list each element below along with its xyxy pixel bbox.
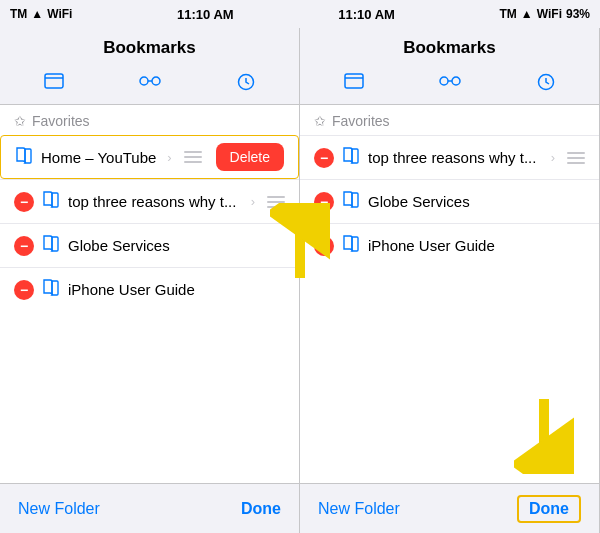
book-icon-iphone-guide xyxy=(42,278,60,301)
right-favorites-star-icon: ✩ xyxy=(314,113,326,129)
status-right: TM ▲ WiFi 93% xyxy=(500,7,590,21)
right-tabs-bar xyxy=(300,64,599,105)
right-panel: Bookmarks ✩ Favorites − xyxy=(300,28,600,533)
signal-left: ▲ xyxy=(31,7,43,21)
book-icon-globe-right xyxy=(342,190,360,213)
book-icon-home xyxy=(15,146,33,169)
reorder-icon-top-three-right[interactable] xyxy=(567,152,585,164)
left-done-button[interactable]: Done xyxy=(241,500,281,518)
chevron-top-three: › xyxy=(251,194,255,209)
book-icon-iphone-guide-right xyxy=(342,234,360,257)
book-icon-top-three-right xyxy=(342,146,360,169)
chevron-home-youtube: › xyxy=(167,150,171,165)
right-new-folder-button[interactable]: New Folder xyxy=(318,500,400,518)
svg-point-2 xyxy=(140,77,148,85)
minus-btn-iphone-guide-right[interactable]: − xyxy=(314,236,334,256)
minus-btn-top-three[interactable]: − xyxy=(14,192,34,212)
left-bottom-bar: New Folder Done xyxy=(0,483,299,533)
signal-right: ▲ xyxy=(521,7,533,21)
svg-rect-8 xyxy=(345,74,363,88)
book-icon-top-three xyxy=(42,190,60,213)
favorites-star-icon: ✩ xyxy=(14,113,26,129)
status-bar: TM ▲ WiFi 11:10 AM 11:10 AM TM ▲ WiFi 93… xyxy=(0,0,600,28)
right-favorites-header: ✩ Favorites xyxy=(300,105,599,135)
right-tab-bookmarks[interactable] xyxy=(326,68,382,100)
right-panel-title: Bookmarks xyxy=(300,28,599,64)
svg-point-11 xyxy=(452,77,460,85)
minus-btn-top-three-right[interactable]: − xyxy=(314,148,334,168)
right-tab-history[interactable] xyxy=(519,68,573,100)
minus-btn-globe[interactable]: − xyxy=(14,236,34,256)
left-panel: Bookmarks ✩ Favorites Home – You xyxy=(0,28,300,533)
item-text-iphone-guide: iPhone User Guide xyxy=(68,281,285,298)
svg-rect-0 xyxy=(45,74,63,88)
time-right: 11:10 AM xyxy=(338,7,395,22)
svg-point-3 xyxy=(152,77,160,85)
reorder-icon-top-three[interactable] xyxy=(267,196,285,208)
left-favorites-label: Favorites xyxy=(32,113,90,129)
chevron-top-three-right: › xyxy=(551,150,555,165)
bookmark-item-top-three-right[interactable]: − top three reasons why t... › xyxy=(300,135,599,179)
bookmark-item-iphone-guide-right[interactable]: − iPhone User Guide xyxy=(300,223,599,267)
right-tab-reading[interactable] xyxy=(421,68,479,100)
wifi-left: WiFi xyxy=(47,7,72,21)
book-icon-globe xyxy=(42,234,60,257)
right-bottom-bar: New Folder Done xyxy=(300,483,599,533)
item-text-top-three-right: top three reasons why t... xyxy=(368,149,543,166)
left-new-folder-button[interactable]: New Folder xyxy=(18,500,100,518)
item-text-top-three: top three reasons why t... xyxy=(68,193,243,210)
battery: 93% xyxy=(566,7,590,21)
item-text-globe-right: Globe Services xyxy=(368,193,585,210)
bookmark-item-top-three[interactable]: − top three reasons why t... › xyxy=(0,179,299,223)
minus-btn-globe-right[interactable]: − xyxy=(314,192,334,212)
right-done-button[interactable]: Done xyxy=(517,495,581,523)
wifi-right: WiFi xyxy=(537,7,562,21)
svg-point-10 xyxy=(440,77,448,85)
left-tab-history[interactable] xyxy=(219,68,273,100)
left-favorites-header: ✩ Favorites xyxy=(0,105,299,135)
left-tabs-bar xyxy=(0,64,299,105)
left-tab-bookmarks[interactable] xyxy=(26,68,82,100)
left-tab-reading[interactable] xyxy=(121,68,179,100)
time-left: 11:10 AM xyxy=(177,7,234,22)
bookmark-item-globe-right[interactable]: − Globe Services xyxy=(300,179,599,223)
carrier-right: TM xyxy=(500,7,517,21)
left-panel-title: Bookmarks xyxy=(0,28,299,64)
bookmark-item-globe[interactable]: − Globe Services xyxy=(0,223,299,267)
right-favorites-label: Favorites xyxy=(332,113,390,129)
delete-button-home-youtube[interactable]: Delete xyxy=(216,143,284,171)
left-list-area: ✩ Favorites Home – YouTube › Delete − xyxy=(0,105,299,483)
item-text-iphone-guide-right: iPhone User Guide xyxy=(368,237,585,254)
bookmark-item-home-youtube[interactable]: Home – YouTube › Delete xyxy=(0,135,299,179)
minus-btn-iphone-guide[interactable]: − xyxy=(14,280,34,300)
right-list-area: ✩ Favorites − top three reasons why t...… xyxy=(300,105,599,483)
carrier-left: TM xyxy=(10,7,27,21)
reorder-icon-home-youtube[interactable] xyxy=(184,151,202,163)
status-left: TM ▲ WiFi xyxy=(10,7,72,21)
item-text-home-youtube: Home – YouTube xyxy=(41,149,159,166)
item-text-globe: Globe Services xyxy=(68,237,285,254)
bookmark-item-iphone-guide[interactable]: − iPhone User Guide xyxy=(0,267,299,311)
